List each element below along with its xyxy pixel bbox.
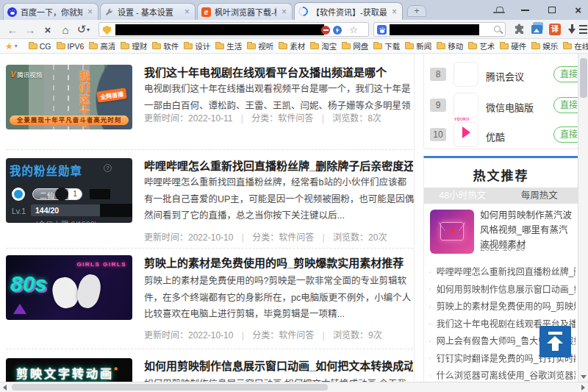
folder-icon bbox=[152, 43, 161, 49]
address-bar[interactable]: ☆ bbox=[98, 22, 369, 37]
bookmarks-caret-icon[interactable]: ▾ bbox=[15, 43, 18, 49]
ranking-row-youku[interactable]: 10 YOUKU 优酷 直接下载 bbox=[424, 120, 578, 149]
back-to-top-button[interactable] bbox=[539, 326, 571, 357]
rank-number: 8 bbox=[430, 68, 446, 81]
featured-date: 2022-10-10 bbox=[480, 243, 525, 253]
bookmark-folder-netdisk[interactable]: 网盘 bbox=[342, 40, 368, 51]
bookmark-folder-cg[interactable]: CG bbox=[29, 42, 51, 51]
minimize-button[interactable] bbox=[521, 10, 529, 11]
featured-thumbnail[interactable]: ♥ bbox=[430, 210, 474, 254]
translate-icon[interactable]: 译 bbox=[549, 24, 561, 35]
up-arrow-icon bbox=[552, 343, 559, 351]
vertical-scrollbar-thumb[interactable] bbox=[580, 58, 587, 98]
envelope-icon: ♥ bbox=[440, 222, 464, 240]
search-box[interactable] bbox=[373, 22, 506, 37]
bookmarks-star-icon[interactable]: ★ bbox=[5, 41, 13, 51]
hot-tabs: 48小时热文 每周热文 bbox=[424, 188, 578, 204]
baidu-favicon-icon bbox=[7, 7, 17, 17]
ranking-row-wechat-pc[interactable]: 9 微信电脑版 直接下载 bbox=[424, 90, 578, 120]
extensions-icon[interactable] bbox=[513, 24, 526, 36]
up-arrow-icon bbox=[548, 332, 562, 335]
bookmark-folder-finance[interactable]: 理财 bbox=[121, 40, 147, 51]
horizontal-scrollbar-thumb[interactable] bbox=[12, 384, 328, 391]
article-thumbnail-fan-medal[interactable]: 我的粉丝勋章 ? 二仙 1 Lv.1 144/20 (今日上限 0/1500) bbox=[6, 158, 132, 223]
bookmark-folder-design[interactable]: 设计 bbox=[184, 40, 210, 51]
bookmark-folder-hardware[interactable]: 硬件 bbox=[500, 40, 526, 51]
article-title[interactable]: 如何用剪映制作信息展示窗口动画_如何把文本转换成动画 bbox=[144, 357, 413, 373]
bookmark-folder-life[interactable]: 生活 bbox=[215, 40, 242, 51]
tab-baidu[interactable]: 百度一下，你就知道 × bbox=[3, 3, 98, 20]
article-title[interactable]: 剪映上的素材是免费使用的吗_剪映爆款实用素材推荐 bbox=[144, 254, 413, 270]
bookmark-folder-download[interactable]: 下载 bbox=[373, 40, 400, 51]
article-title[interactable]: 哔哩哔哩怎么重新找回直播粉丝牌_删除牌子后亲密度还在吗 bbox=[144, 157, 413, 173]
forward-button[interactable]: → bbox=[22, 20, 38, 39]
stop-button[interactable]: × bbox=[40, 20, 56, 39]
redacted-block bbox=[90, 189, 110, 199]
skin-theme-icon[interactable] bbox=[493, 6, 505, 15]
tencent-video-logo: V腾讯视频 bbox=[10, 70, 42, 79]
tab-close-icon[interactable]: × bbox=[280, 8, 288, 15]
bookmark-star-icon[interactable]: ☆ bbox=[349, 24, 358, 35]
tab-settings[interactable]: 设置 - 基本设置 × bbox=[100, 3, 196, 20]
home-button[interactable]: ⌂ bbox=[57, 20, 74, 39]
avatar bbox=[12, 188, 25, 201]
vertical-scrollbar[interactable] bbox=[578, 54, 588, 382]
bookmark-folder-taobao[interactable]: 淘宝 bbox=[310, 40, 337, 51]
bookmark-folder-art[interactable]: 艺术 bbox=[468, 40, 495, 51]
tab-weekly-hot[interactable]: 每周热文 bbox=[501, 188, 578, 204]
downloads-icon[interactable] bbox=[567, 24, 577, 35]
close-window-button[interactable]: × bbox=[575, 4, 581, 15]
app-name[interactable]: 腾讯会议 bbox=[486, 69, 524, 83]
youku-icon: YOUKU bbox=[453, 122, 478, 147]
article-thumbnail-neon[interactable]: GIRLS GIRLS 80s bbox=[6, 255, 132, 320]
screenshot-icon[interactable] bbox=[531, 24, 544, 35]
bookmark-folder-material[interactable]: 素材 bbox=[279, 40, 305, 51]
flash-speed-icon[interactable] bbox=[333, 26, 342, 35]
tab-48h-hot[interactable]: 48小时热文 bbox=[424, 188, 501, 204]
tab-title: 百度一下，你就知道 bbox=[21, 6, 82, 18]
bookmark-folder-software[interactable]: 软件 bbox=[152, 40, 179, 51]
loading-spinner-icon bbox=[296, 4, 309, 18]
tab-close-icon[interactable]: × bbox=[183, 8, 191, 15]
scroll-right-arrow-icon[interactable] bbox=[581, 385, 585, 391]
bookmark-folder-hd[interactable]: 高清 bbox=[89, 40, 115, 51]
download-ranking-card: 8 腾讯会议 直接下载 9 微信电脑版 直接下载 10 YOUKU 优酷 直接下… bbox=[423, 54, 578, 149]
article-meta: 更新时间：2022-10-11 | 分类：软件问答 | 浏览数：8次 bbox=[144, 111, 415, 124]
bookmark-folder-entertainment[interactable]: 娱乐 bbox=[531, 40, 558, 51]
menu-icon[interactable] bbox=[579, 25, 587, 34]
hot-list: ·哔哩哔哩怎么重新找回直播粉丝牌_删除牌子后 ·如何用剪映制作信息展示窗口动画_… bbox=[429, 263, 576, 384]
scroll-left-arrow-icon[interactable] bbox=[3, 385, 7, 391]
tab-software-news-active[interactable]: 【软件资讯】-获取最新软 × bbox=[294, 2, 403, 20]
search-icon[interactable] bbox=[494, 26, 501, 32]
bookmark-folder-online[interactable]: 在线 bbox=[563, 40, 588, 51]
article-title[interactable]: 我们这十年电视剧在线观看平台及播出频道是哪个 bbox=[144, 64, 413, 79]
hot-list-item[interactable]: ·哔哩哔哩怎么重新找回直播粉丝牌_删除牌子后 bbox=[429, 263, 576, 280]
bookmark-folder-news[interactable]: 新闻 bbox=[405, 40, 431, 51]
tab-close-icon[interactable]: × bbox=[390, 8, 398, 15]
thumbnail-art bbox=[75, 272, 104, 310]
bookmark-folder-ipv6[interactable]: IPV6 bbox=[57, 42, 85, 51]
app-name[interactable]: 微信电脑版 bbox=[486, 100, 534, 114]
back-button[interactable]: ← bbox=[4, 20, 21, 39]
tab-maple-download[interactable]: e 枫叶浏览器下载-枫叶浏览 × bbox=[197, 3, 293, 20]
hot-list-item[interactable]: ·剪映上的素材是免费使用的吗_剪映爆款实用素 bbox=[429, 297, 576, 315]
horizontal-scrollbar[interactable] bbox=[0, 382, 588, 392]
undo-caret-icon[interactable]: ▾ bbox=[84, 20, 93, 39]
hot-list-item[interactable]: ·什么浏览器可离线使用_谷歌浏览器离线功能盘 bbox=[429, 366, 576, 384]
bookmark-folder-av[interactable]: 视听 bbox=[247, 40, 273, 51]
tab-strip: 百度一下，你就知道 × 设置 - 基本设置 × e 枫叶浏览器下载-枫叶浏览 ×… bbox=[0, 0, 588, 20]
article-thumbnail-drama[interactable]: V腾讯视频 我们这十年 全网首播 全景展现十年平凡奋斗者高光时刻 bbox=[6, 65, 132, 129]
ranking-row-tencent-meeting[interactable]: 8 腾讯会议 直接下载 bbox=[424, 60, 578, 89]
hot-list-item[interactable]: ·如何用剪映制作信息展示窗口动画_如何把文本 bbox=[429, 280, 576, 298]
baidu-paw-icon bbox=[377, 25, 387, 35]
folder-icon bbox=[184, 43, 193, 49]
scroll-down-arrow-icon[interactable] bbox=[581, 375, 587, 379]
new-tab-button[interactable]: + bbox=[407, 5, 426, 17]
redacted-dot bbox=[55, 188, 68, 201]
app-name[interactable]: 优酷 bbox=[486, 129, 505, 143]
tab-close-icon[interactable]: × bbox=[86, 8, 94, 15]
maximize-button[interactable] bbox=[548, 7, 556, 13]
bookmark-folder-mobile[interactable]: 移动 bbox=[437, 40, 463, 51]
adblock-icon[interactable] bbox=[321, 26, 330, 35]
folder-icon bbox=[500, 43, 509, 49]
